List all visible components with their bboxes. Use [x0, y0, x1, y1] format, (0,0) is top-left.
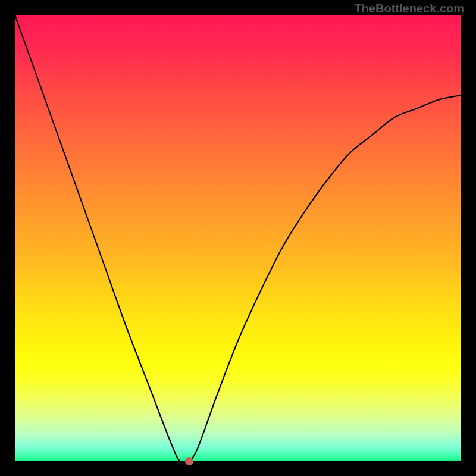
optimal-point-marker: [185, 457, 193, 465]
chart-plot-area: [15, 15, 461, 461]
bottleneck-curve: [15, 15, 461, 461]
watermark-text: TheBottleneck.com: [355, 2, 464, 15]
